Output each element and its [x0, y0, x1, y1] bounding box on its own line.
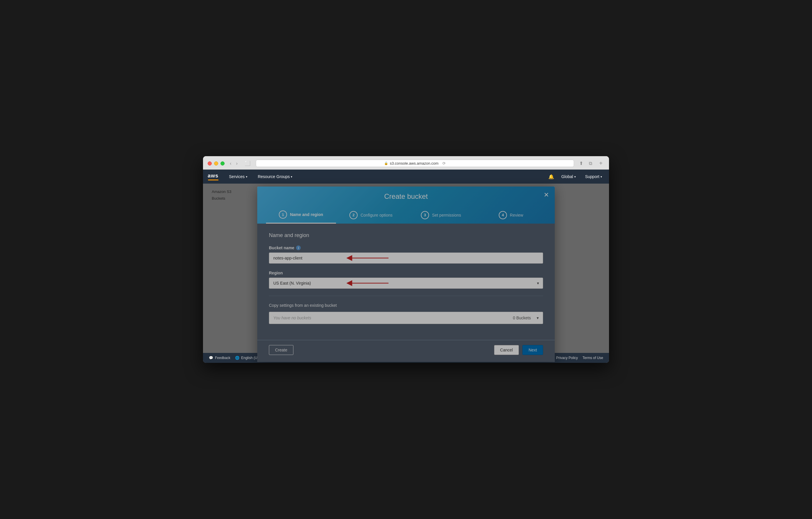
feedback-button[interactable]: 💬 Feedback: [209, 356, 230, 360]
global-label: Global: [561, 174, 573, 179]
services-chevron-icon: ▾: [246, 175, 247, 179]
resource-groups-chevron-icon: ▾: [291, 175, 292, 179]
step-1-circle: 1: [279, 211, 287, 219]
modal-header: Create bucket ✕ 1 Name and region 2 Con: [257, 187, 555, 224]
create-bucket-modal: Create bucket ✕ 1 Name and region 2 Con: [257, 187, 555, 362]
region-select-wrapper: US East (N. Virginia) US East (Ohio) US …: [269, 278, 543, 289]
aws-logo-bar: [208, 180, 219, 181]
wizard-steps: 1 Name and region 2 Configure options 3 …: [266, 207, 546, 224]
bucket-name-input[interactable]: [269, 252, 543, 264]
global-region-nav-item[interactable]: Global ▾: [559, 173, 578, 180]
create-button[interactable]: Create: [269, 345, 293, 355]
minimize-window-button[interactable]: [214, 161, 218, 165]
feedback-chat-icon: 💬: [209, 356, 213, 360]
footer-right-buttons: Cancel Next: [494, 345, 543, 355]
copy-settings-title: Copy settings from an existing bucket: [269, 303, 543, 308]
resource-groups-nav-item[interactable]: Resource Groups ▾: [256, 173, 295, 180]
nav-right: 🔔 Global ▾ Support ▾: [548, 173, 604, 180]
privacy-policy-link[interactable]: Privacy Policy: [556, 356, 578, 360]
modal-overlay: Create bucket ✕ 1 Name and region 2 Con: [203, 184, 609, 353]
arrow-annotation-2: [345, 279, 392, 287]
copy-select-chevron-icon: ▾: [536, 316, 539, 320]
modal-title-row: Create bucket: [266, 192, 546, 200]
bucket-name-group: Bucket name i: [269, 245, 543, 264]
step-2-label: Configure options: [360, 213, 393, 217]
wizard-step-1[interactable]: 1 Name and region: [266, 207, 336, 224]
no-buckets-text: You have no buckets: [273, 316, 311, 320]
forward-button[interactable]: ›: [234, 160, 239, 167]
terms-of-use-link[interactable]: Terms of Use: [582, 356, 603, 360]
browser-window: ‹ › ⬜ 🔒 s3.console.aws.amazon.com ⟳ ⬆ ⧉ …: [203, 156, 609, 363]
step-1-label: Name and region: [290, 212, 323, 217]
address-bar[interactable]: 🔒 s3.console.aws.amazon.com ⟳: [256, 160, 574, 167]
aws-logo-text: aws: [208, 173, 219, 179]
region-select-row: US East (N. Virginia) US East (Ohio) US …: [269, 278, 543, 289]
modal-close-button[interactable]: ✕: [544, 192, 549, 198]
arrow-annotation-1: [345, 254, 392, 262]
next-button[interactable]: Next: [522, 345, 543, 355]
bucket-name-info-icon[interactable]: i: [296, 245, 301, 250]
section-divider: [269, 296, 543, 296]
modal-body: Name and region Bucket name i: [257, 224, 555, 340]
copy-settings-group: Copy settings from an existing bucket Yo…: [269, 303, 543, 324]
fullscreen-window-button[interactable]: [221, 161, 225, 165]
services-label: Services: [229, 174, 245, 179]
sidebar-toggle-button[interactable]: ⬜: [243, 160, 252, 167]
feedback-label: Feedback: [215, 356, 230, 360]
support-label: Support: [585, 174, 599, 179]
step-3-circle: 3: [421, 211, 429, 219]
wizard-step-3[interactable]: 3 Set permissions: [406, 207, 476, 223]
aws-navbar: aws Services ▾ Resource Groups ▾ 🔔 Globa…: [203, 170, 609, 184]
footer-links: Privacy Policy Terms of Use: [556, 356, 603, 360]
cancel-button[interactable]: Cancel: [494, 345, 519, 355]
aws-logo: aws: [208, 173, 219, 181]
section-title: Name and region: [269, 233, 543, 239]
nav-buttons: ‹ ›: [228, 160, 239, 167]
url-text: s3.console.aws.amazon.com: [390, 161, 439, 165]
aws-console: aws Services ▾ Resource Groups ▾ 🔔 Globa…: [203, 170, 609, 363]
modal-footer: Create Cancel Next: [257, 340, 555, 362]
step-4-circle: 4: [499, 211, 507, 219]
wizard-step-4[interactable]: 4 Review: [476, 207, 546, 223]
region-select[interactable]: US East (N. Virginia) US East (Ohio) US …: [269, 278, 543, 289]
language-selector[interactable]: 🌐 English (US): [235, 356, 261, 360]
resource-groups-label: Resource Groups: [258, 174, 290, 179]
region-group: Region US East (N. Virginia) US East (Oh…: [269, 271, 543, 289]
page-content: Amazon S3 Buckets Create bucket ✕: [203, 184, 609, 353]
copy-bucket-select[interactable]: You have no buckets 0 Buckets ▾: [269, 312, 543, 324]
step-3-label: Set permissions: [432, 213, 461, 217]
browser-actions: ⬆ ⧉: [578, 160, 594, 167]
traffic-lights: [208, 161, 225, 165]
footer-left: 💬 Feedback 🌐 English (US): [209, 356, 261, 360]
globe-icon: 🌐: [235, 356, 239, 360]
services-nav-item[interactable]: Services ▾: [227, 173, 250, 180]
wizard-step-2[interactable]: 2 Configure options: [336, 207, 406, 223]
modal-title: Create bucket: [384, 192, 428, 200]
bucket-name-label: Bucket name i: [269, 245, 543, 250]
support-chevron-icon: ▾: [601, 175, 602, 179]
buckets-count-text: 0 Buckets: [513, 316, 531, 320]
new-tab-button[interactable]: ⧉: [587, 160, 594, 167]
support-nav-item[interactable]: Support ▾: [583, 173, 604, 180]
reload-button[interactable]: ⟳: [442, 161, 446, 165]
back-button[interactable]: ‹: [228, 160, 233, 167]
browser-titlebar: ‹ › ⬜ 🔒 s3.console.aws.amazon.com ⟳ ⬆ ⧉ …: [203, 156, 609, 170]
footer-buttons: Create Cancel Next: [269, 345, 543, 355]
global-chevron-icon: ▾: [574, 175, 576, 179]
share-button[interactable]: ⬆: [578, 160, 585, 167]
notifications-button[interactable]: 🔔: [548, 174, 554, 180]
bucket-name-input-row: [269, 252, 543, 264]
region-label: Region: [269, 271, 543, 275]
step-4-label: Review: [510, 213, 523, 217]
close-window-button[interactable]: [208, 161, 212, 165]
add-tab-button[interactable]: +: [597, 160, 604, 167]
step-2-circle: 2: [349, 211, 357, 219]
lock-icon: 🔒: [384, 161, 388, 165]
